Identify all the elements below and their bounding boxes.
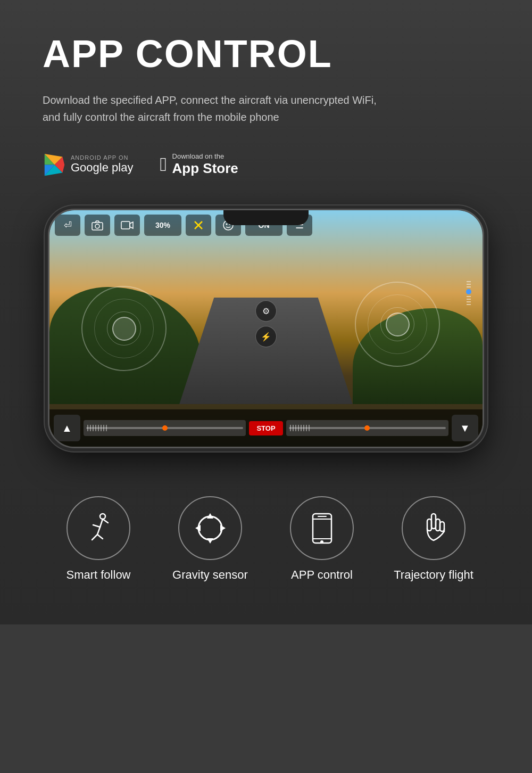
- rotate-icon: [193, 511, 228, 546]
- svg-marker-23: [220, 525, 226, 531]
- feature-app-control: APP control: [269, 496, 375, 582]
- feature-smart-follow: Smart follow: [45, 496, 152, 582]
- app-store-text: Download on the App Store: [172, 152, 238, 177]
- svg-point-29: [320, 540, 323, 544]
- phone-screen: ⏎ 30% ON: [49, 210, 483, 447]
- google-play-text: ANDROID APP ON Google play: [71, 154, 133, 175]
- smart-follow-icon-circle: [66, 496, 130, 560]
- google-play-small-text: ANDROID APP ON: [71, 154, 133, 161]
- feature-trajectory-flight: Trajectory flight: [380, 496, 487, 582]
- svg-marker-24: [207, 538, 213, 544]
- svg-line-16: [100, 519, 103, 527]
- trajectory-flight-icon-circle: [402, 496, 466, 560]
- page-subtitle: Download the specified APP, connect the …: [43, 92, 489, 126]
- svg-line-21: [103, 519, 108, 523]
- page-wrapper: APP CONTROL Download the specified APP, …: [0, 0, 532, 624]
- phone-container: ⏎ 30% ON: [43, 209, 489, 448]
- google-play-icon: [43, 153, 66, 177]
- phone-mockup: ⏎ 30% ON: [48, 209, 484, 448]
- runner-icon: [82, 512, 114, 544]
- svg-line-19: [92, 534, 97, 540]
- svg-line-18: [97, 527, 100, 534]
- app-store-small-text: Download on the: [172, 152, 238, 160]
- apple-icon: : [160, 153, 167, 176]
- hand-icon: [418, 511, 450, 546]
- svg-line-20: [97, 534, 103, 539]
- google-play-big-text: Google play: [71, 161, 133, 175]
- store-badges: ANDROID APP ON Google play  Download on…: [43, 152, 489, 177]
- smart-follow-label: Smart follow: [66, 568, 130, 582]
- app-control-label: APP control: [291, 568, 353, 582]
- phone-icon: [307, 511, 337, 546]
- feature-gravity-sensor: Gravity sensor: [157, 496, 263, 582]
- gravity-sensor-icon-circle: [178, 496, 242, 560]
- app-store-big-text: App Store: [172, 160, 238, 177]
- page-title: APP CONTROL: [43, 32, 489, 76]
- app-control-icon-circle: [290, 496, 354, 560]
- gravity-sensor-label: Gravity sensor: [172, 568, 248, 582]
- trajectory-flight-label: Trajectory flight: [394, 568, 473, 582]
- features-section: Smart follow Gravity sensor: [43, 486, 489, 593]
- svg-line-17: [93, 525, 100, 527]
- google-play-badge[interactable]: ANDROID APP ON Google play: [43, 153, 133, 177]
- svg-point-15: [100, 514, 105, 519]
- phone-notch: [223, 210, 309, 225]
- app-store-badge[interactable]:  Download on the App Store: [160, 152, 238, 177]
